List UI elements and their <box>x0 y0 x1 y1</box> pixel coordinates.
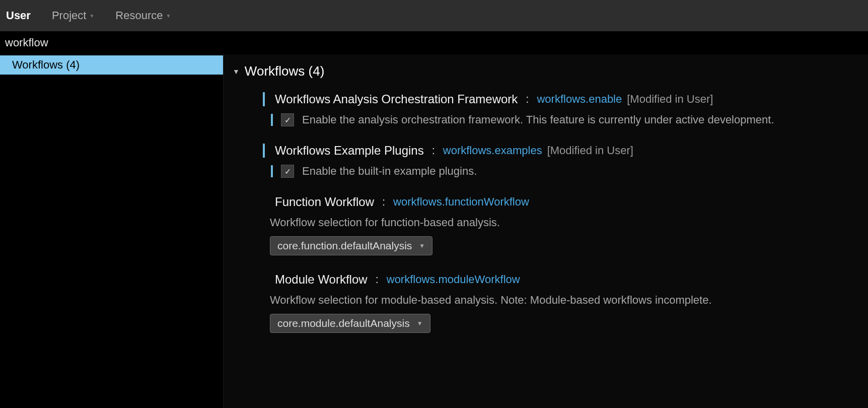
colon: : <box>432 144 435 157</box>
setting-workflows-enable: Workflows Analysis Orchestration Framewo… <box>263 92 868 126</box>
section-header[interactable]: ▼ Workflows (4) <box>224 63 868 79</box>
chevron-down-icon: ▼ <box>417 320 423 327</box>
modified-tag: [Modified in User] <box>627 93 713 106</box>
section-title: Workflows (4) <box>245 63 324 79</box>
setting-description: Enable the analysis orchestration framew… <box>302 113 774 126</box>
sidebar: Workflows (4) <box>0 54 224 408</box>
colon: : <box>376 273 379 286</box>
content: ▼ Workflows (4) Workflows Analysis Orche… <box>224 54 868 408</box>
setting-key: workflows.examples <box>443 144 542 157</box>
setting-key: workflows.enable <box>537 93 622 106</box>
tab-project-label: Project <box>52 9 86 22</box>
setting-workflows-examples: Workflows Example Plugins : workflows.ex… <box>263 144 868 178</box>
search-input[interactable] <box>5 36 863 49</box>
tab-project[interactable]: Project ▼ <box>52 9 94 22</box>
colon: : <box>526 93 529 106</box>
modified-tag: [Modified in User] <box>547 144 633 157</box>
setting-title: Function Workflow <box>275 195 374 209</box>
tab-resource-label: Resource <box>115 9 163 22</box>
setting-description: Enable the built-in example plugins. <box>302 165 477 178</box>
setting-key: workflows.moduleWorkflow <box>387 273 520 286</box>
sidebar-item-label: Workflows (4) <box>12 58 80 71</box>
chevron-down-icon: ▼ <box>89 13 94 19</box>
search-bar <box>0 31 868 54</box>
modified-indicator <box>271 114 273 126</box>
dropdown-module-workflow[interactable]: core.module.defaultAnalysis ▼ <box>270 314 430 333</box>
tab-user-label: User <box>6 9 31 22</box>
dropdown-value: core.function.defaultAnalysis <box>277 240 412 252</box>
modified-indicator <box>263 92 265 106</box>
setting-description: Workflow selection for function-based an… <box>270 216 500 229</box>
setting-title: Workflows Analysis Orchestration Framewo… <box>275 92 518 106</box>
tab-user[interactable]: User <box>6 9 31 22</box>
chevron-down-icon: ▼ <box>419 242 425 249</box>
setting-module-workflow: Module Workflow : workflows.moduleWorkfl… <box>263 273 868 333</box>
scope-tabs: User Project ▼ Resource ▼ <box>0 0 868 31</box>
setting-title: Workflows Example Plugins <box>275 144 424 158</box>
modified-indicator <box>271 165 273 177</box>
chevron-down-icon: ▼ <box>233 67 240 76</box>
tab-resource[interactable]: Resource ▼ <box>115 9 171 22</box>
checkbox[interactable]: ✓ <box>281 113 294 126</box>
setting-key: workflows.functionWorkflow <box>393 195 529 209</box>
sidebar-item-workflows[interactable]: Workflows (4) <box>0 55 223 75</box>
setting-title: Module Workflow <box>275 273 368 287</box>
setting-description: Workflow selection for module-based anal… <box>270 294 712 307</box>
checkbox[interactable]: ✓ <box>281 165 294 178</box>
dropdown-value: core.module.defaultAnalysis <box>277 317 410 329</box>
colon: : <box>382 195 385 209</box>
chevron-down-icon: ▼ <box>166 13 171 19</box>
modified-indicator <box>263 144 265 158</box>
setting-function-workflow: Function Workflow : workflows.functionWo… <box>263 195 868 255</box>
dropdown-function-workflow[interactable]: core.function.defaultAnalysis ▼ <box>270 236 432 255</box>
